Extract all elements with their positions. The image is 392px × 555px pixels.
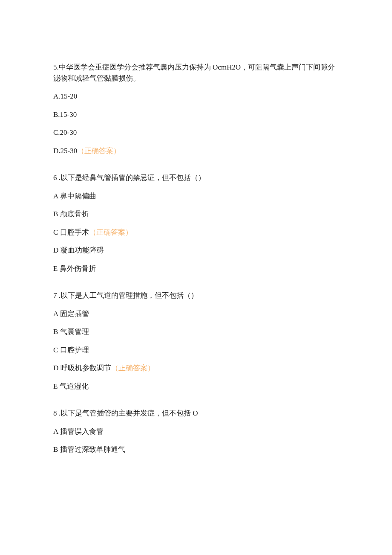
question-number: 6 . xyxy=(53,174,61,182)
option-b: B.15-30 xyxy=(53,109,339,120)
option-c: C 口腔护理 xyxy=(53,345,339,356)
correct-answer-marker: （正确答案） xyxy=(111,364,155,372)
question-block: 6 .以下是经鼻气管插管的禁忌证，但不包括（） A 鼻中隔偏曲 B 颅底骨折 C… xyxy=(53,172,339,274)
question-number: 7 . xyxy=(53,291,61,299)
option-e: E 气道湿化 xyxy=(53,381,339,392)
question-block: 5.中华医学会重症医学分会推荐气囊内压力保持为 OcmH2O，可阻隔气囊上声门下… xyxy=(53,62,339,156)
option-label: B 插管过深致单肺通气 xyxy=(53,445,125,453)
question-stem: 6 .以下是经鼻气管插管的禁忌证，但不包括（） xyxy=(53,172,339,183)
question-text: 中华医学会重症医学分会推荐气囊内压力保持为 OcmH2O，可阻隔气囊上声门下间隙… xyxy=(53,63,335,82)
option-label: C 口腔护理 xyxy=(53,346,89,354)
question-stem: 8 .以下是气管插管的主要并发症，但不包括 O xyxy=(53,408,339,419)
option-label: B 气囊管理 xyxy=(53,328,89,336)
option-a: A.15-20 xyxy=(53,91,339,102)
option-label: A 鼻中隔偏曲 xyxy=(53,192,96,200)
option-label: C 口腔手术 xyxy=(53,228,89,236)
option-label: A.15-20 xyxy=(53,92,77,100)
document-page: 5.中华医学会重症医学分会推荐气囊内压力保持为 OcmH2O，可阻隔气囊上声门下… xyxy=(0,0,392,514)
option-a: A 插管误入食管 xyxy=(53,426,339,437)
option-label: D 凝血功能障碍 xyxy=(53,246,104,254)
option-label: C.20-30 xyxy=(53,128,77,137)
option-c: C.20-30 xyxy=(53,127,339,138)
option-c: C 口腔手术（正确答案） xyxy=(53,227,339,238)
option-label: E 鼻外伤骨折 xyxy=(53,264,96,273)
option-label: E 气道湿化 xyxy=(53,382,89,390)
option-label: A 固定插管 xyxy=(53,310,89,318)
correct-answer-marker: （正确答案） xyxy=(77,147,121,155)
question-number: 5. xyxy=(53,63,59,71)
option-label: D.25-30 xyxy=(53,147,77,155)
option-d: D.25-30（正确答案） xyxy=(53,145,339,157)
option-label: A 插管误入食管 xyxy=(53,427,104,436)
option-a: A 鼻中隔偏曲 xyxy=(53,191,339,202)
question-stem: 5.中华医学会重症医学分会推荐气囊内压力保持为 OcmH2O，可阻隔气囊上声门下… xyxy=(53,62,339,84)
question-block: 7 .以下是人工气道的管理措施，但不包括（） A 固定插管 B 气囊管理 C 口… xyxy=(53,290,339,392)
option-label: D 呼吸机参数调节 xyxy=(53,364,111,372)
question-text: 以下是气管插管的主要并发症，但不包括 O xyxy=(61,409,198,417)
option-d: D 呼吸机参数调节（正确答案） xyxy=(53,363,339,374)
option-b: B 气囊管理 xyxy=(53,326,339,337)
option-a: A 固定插管 xyxy=(53,308,339,320)
option-e: E 鼻外伤骨折 xyxy=(53,263,339,274)
option-b: B 插管过深致单肺通气 xyxy=(53,444,339,455)
question-text: 以下是人工气道的管理措施，但不包括（） xyxy=(61,291,198,299)
question-stem: 7 .以下是人工气道的管理措施，但不包括（） xyxy=(53,290,339,301)
option-b: B 颅底骨折 xyxy=(53,209,339,220)
correct-answer-marker: （正确答案） xyxy=(89,228,133,236)
option-label: B 颅底骨折 xyxy=(53,210,89,218)
question-text: 以下是经鼻气管插管的禁忌证，但不包括（） xyxy=(61,174,205,182)
option-label: B.15-30 xyxy=(53,110,77,119)
option-d: D 凝血功能障碍 xyxy=(53,245,339,256)
question-number: 8 . xyxy=(53,409,61,417)
question-block: 8 .以下是气管插管的主要并发症，但不包括 O A 插管误入食管 B 插管过深致… xyxy=(53,408,339,455)
